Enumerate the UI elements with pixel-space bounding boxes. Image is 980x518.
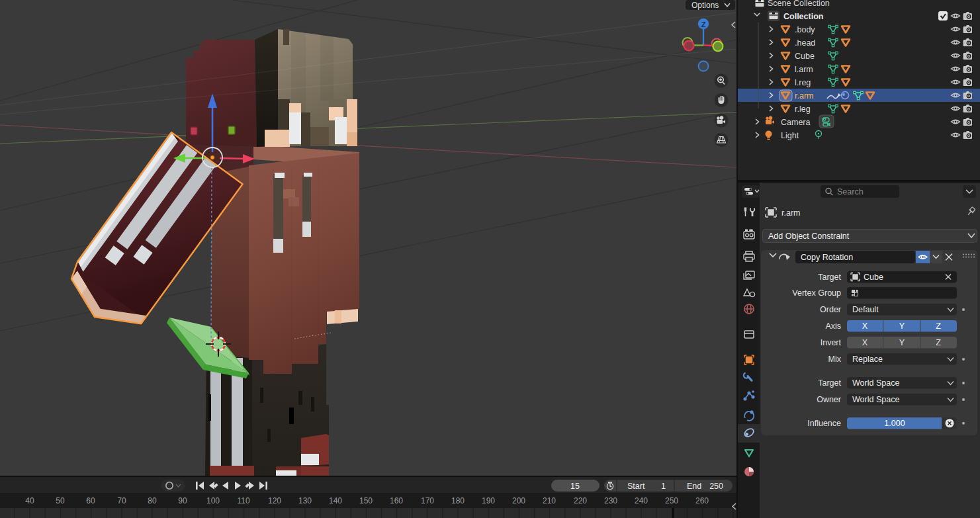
svg-text:Z: Z [936,338,941,347]
svg-text:Mix: Mix [828,355,842,364]
svg-text:90: 90 [178,496,187,505]
svg-text:Invert: Invert [821,338,842,347]
svg-text:Target: Target [818,273,841,282]
svg-text:110: 110 [237,496,249,505]
svg-text:X: X [862,338,868,347]
svg-text:.head: .head [795,38,815,48]
svg-text:50: 50 [56,496,65,505]
svg-text:World Space: World Space [852,378,899,388]
svg-text:15: 15 [570,482,580,491]
svg-text:Axis: Axis [825,322,841,331]
svg-text:Y: Y [899,322,905,331]
svg-text:60: 60 [86,496,95,505]
svg-text:260: 260 [695,496,709,505]
svg-text:80: 80 [148,496,157,505]
svg-text:70: 70 [117,496,126,505]
svg-text:Camera: Camera [781,118,811,127]
svg-text:40: 40 [25,496,34,505]
svg-text:1: 1 [661,482,666,491]
svg-text:1.000: 1.000 [884,419,905,428]
svg-text:230: 230 [604,496,617,505]
svg-text:.body: .body [795,25,815,34]
svg-text:l.arm: l.arm [795,65,813,74]
svg-text:l.reg: l.reg [795,78,811,87]
svg-text:r.arm: r.arm [795,91,813,101]
svg-text:200: 200 [512,496,525,505]
svg-text:Vertex Group: Vertex Group [792,288,841,298]
svg-text:Owner: Owner [817,395,841,404]
svg-text:190: 190 [482,496,495,505]
svg-text:150: 150 [359,496,373,505]
svg-text:130: 130 [298,496,312,505]
svg-text:Target: Target [818,378,841,388]
svg-text:Add Object Constraint: Add Object Constraint [768,232,850,241]
svg-text:120: 120 [268,496,281,505]
svg-text:Scene Collection: Scene Collection [768,0,830,8]
svg-text:Replace: Replace [852,355,883,364]
svg-text:r.leg: r.leg [795,105,811,114]
svg-text:Z: Z [701,21,706,28]
svg-text:Start: Start [627,482,645,491]
svg-text:160: 160 [390,496,403,505]
svg-text:Light: Light [781,131,799,140]
svg-text:X: X [862,322,868,331]
svg-text:Influence: Influence [807,419,841,428]
svg-text:240: 240 [635,496,648,505]
svg-text:250: 250 [709,482,723,491]
svg-text:End: End [687,482,701,491]
svg-text:Cube: Cube [864,273,883,282]
svg-text:World Space: World Space [852,395,899,404]
svg-text:180: 180 [451,496,465,505]
svg-text:Search: Search [837,187,864,196]
svg-text:Default: Default [852,305,879,314]
svg-text:140: 140 [329,496,342,505]
svg-text:Copy Rotation: Copy Rotation [801,253,853,262]
svg-text:250: 250 [665,496,678,505]
svg-text:Z: Z [936,322,941,331]
svg-text:Y: Y [899,338,905,347]
svg-text:Cube: Cube [795,52,815,61]
svg-text:220: 220 [574,496,587,505]
svg-text:Order: Order [820,305,841,314]
svg-text:210: 210 [543,496,556,505]
svg-text:r.arm: r.arm [781,208,800,218]
svg-text:170: 170 [421,496,434,505]
svg-text:Collection: Collection [783,12,823,21]
svg-text:Options: Options [691,1,719,10]
svg-text:100: 100 [206,496,220,505]
